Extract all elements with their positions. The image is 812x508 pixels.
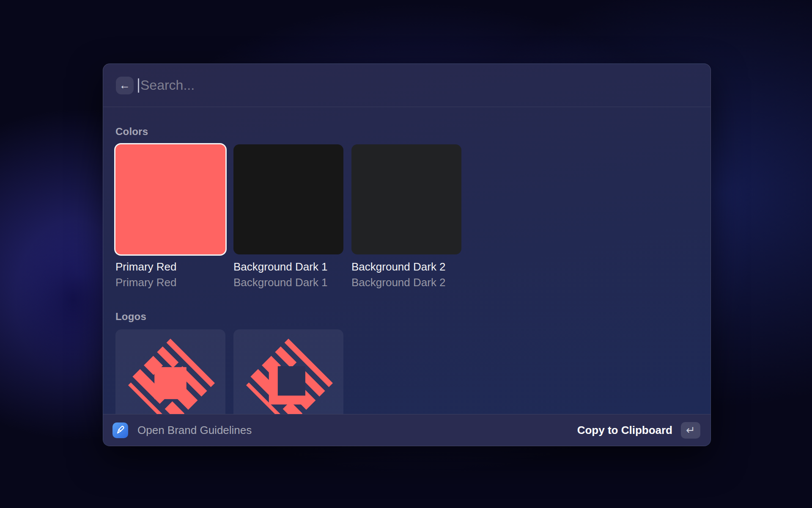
section-header-colors: Colors (115, 126, 698, 138)
color-item-primary-red[interactable]: Primary Red Primary Red (115, 144, 225, 289)
footer-action-label: Open Brand Guidelines (137, 424, 252, 437)
section-header-logos: Logos (115, 311, 698, 323)
copy-to-clipboard-label: Copy to Clipboard (577, 424, 672, 437)
color-item-background-dark-2[interactable]: Background Dark 2 Background Dark 2 (351, 144, 461, 289)
item-title: Primary Red (115, 260, 225, 273)
item-subtitle: Background Dark 2 (351, 276, 461, 289)
search-field-wrap (138, 75, 698, 96)
action-bar: Open Brand Guidelines Copy to Clipboard … (103, 414, 710, 446)
results-area: Colors Primary Red Primary Red Backgroun… (103, 107, 710, 446)
color-item-background-dark-1[interactable]: Background Dark 1 Background Dark 1 (233, 144, 343, 289)
enter-key-icon: ↵ (681, 422, 700, 439)
item-subtitle: Primary Red (115, 276, 225, 289)
color-swatch-primary-red[interactable] (115, 144, 225, 254)
item-title: Background Dark 2 (351, 260, 461, 273)
desktop-background: { "window": { "search": { "placeholder":… (0, 0, 812, 508)
item-subtitle: Background Dark 1 (233, 276, 343, 289)
colors-grid: Primary Red Primary Red Background Dark … (115, 144, 698, 289)
open-brand-guidelines-action[interactable]: Open Brand Guidelines (112, 422, 252, 438)
color-swatch-background-dark-1[interactable] (233, 144, 343, 254)
command-palette-window: ← Colors Primary Red Primary Red Backgro… (103, 64, 711, 446)
arrow-left-icon: ← (119, 79, 130, 92)
search-input[interactable] (138, 77, 698, 93)
color-swatch-background-dark-2[interactable] (351, 144, 461, 254)
text-cursor (138, 78, 139, 93)
copy-to-clipboard-button[interactable]: Copy to Clipboard ↵ (577, 422, 700, 439)
item-title: Background Dark 1 (233, 260, 343, 273)
brush-icon (112, 422, 128, 438)
search-bar: ← (103, 64, 710, 107)
back-button[interactable]: ← (116, 77, 134, 94)
